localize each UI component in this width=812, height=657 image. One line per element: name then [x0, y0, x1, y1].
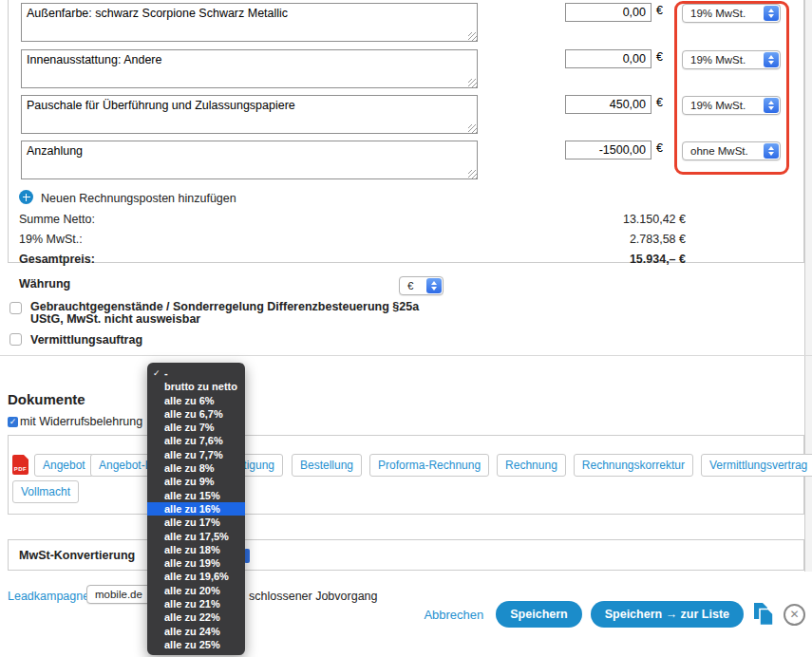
currency-symbol: €	[656, 4, 663, 17]
menu-item[interactable]: brutto zu netto	[147, 380, 245, 393]
resize-handle-icon[interactable]	[468, 32, 477, 41]
currency-label: Währung	[19, 277, 70, 291]
vat-select[interactable]: 19% MwSt.	[682, 96, 781, 115]
cancel-link[interactable]: Abbrechen	[424, 608, 483, 622]
summary-total-label: Gesamtpreis:	[19, 253, 95, 266]
vermittlung-label: Vermittlungsauftrag	[30, 333, 142, 347]
menu-item[interactable]: alle zu 6,7%	[147, 407, 245, 421]
currency-select[interactable]: €	[399, 276, 444, 295]
add-item-plus-icon[interactable]	[19, 190, 33, 204]
mwst-konvertierung-menu: ✓- brutto zu netto alle zu 6% alle zu 6,…	[147, 363, 245, 655]
doc-button-vollmacht[interactable]: Vollmacht	[12, 480, 79, 503]
item-description-input[interactable]: Anzahlung	[21, 141, 478, 179]
doc-button-proforma-rechnung[interactable]: Proforma-Rechnung	[369, 454, 489, 477]
item-description-input[interactable]: Innenausstattung: Andere	[21, 49, 478, 88]
doc-button-rechnung[interactable]: Rechnung	[497, 454, 566, 477]
menu-item[interactable]: alle zu 21%	[147, 597, 245, 610]
resize-handle-icon[interactable]	[468, 124, 477, 133]
leadkampagne-label[interactable]: Leadkampagne:	[8, 590, 93, 603]
item-amount-input[interactable]	[565, 95, 651, 114]
select-stepper-icon	[764, 6, 779, 21]
doc-button-rechnungskorrektur[interactable]: Rechnungskorrektur	[574, 454, 693, 477]
summary-netto-label: Summe Netto:	[19, 213, 95, 226]
summary-vat-value: 2.783,58 €	[401, 233, 686, 246]
diff-tax-checkbox[interactable]	[9, 302, 22, 314]
vermittlung-checkbox[interactable]	[9, 333, 22, 346]
doc-button-angebot[interactable]: Angebot	[34, 454, 94, 477]
currency-symbol: €	[656, 96, 663, 109]
menu-item[interactable]: alle zu 19,6%	[147, 570, 245, 583]
dokumente-heading: Dokumente	[8, 391, 85, 407]
menu-item[interactable]: alle zu 7,7%	[147, 448, 245, 461]
save-to-list-button[interactable]: Speichern → zur Liste	[591, 601, 744, 628]
close-icon[interactable]: ✕	[784, 604, 805, 626]
summary-netto-value: 13.150,42 €	[401, 213, 686, 226]
select-stepper-icon	[764, 52, 779, 67]
currency-symbol: €	[656, 50, 663, 64]
save-button[interactable]: Speichern	[496, 601, 581, 628]
check-icon: ✓	[153, 366, 164, 380]
pdf-icon: PDF	[12, 455, 28, 475]
resize-handle-icon[interactable]	[468, 79, 477, 87]
menu-item[interactable]: alle zu 6%	[147, 394, 245, 407]
resize-handle-icon[interactable]	[468, 170, 477, 178]
vat-select[interactable]: 19% MwSt.	[682, 4, 781, 23]
menu-item[interactable]: alle zu 15%	[147, 489, 245, 502]
invoice-form-page: Außenfarbe: schwarz Scorpione Schwarz Me…	[0, 0, 812, 657]
mwst-konvertierung-label: MwSt-Konvertierung	[19, 549, 135, 562]
page-right-gutter	[804, 0, 812, 572]
footer-actions: Abbrechen Speichern Speichern → zur List…	[424, 601, 805, 628]
menu-item[interactable]: alle zu 17%	[147, 516, 245, 529]
diff-tax-label-line2: UStG, MwSt. nicht ausweisbar	[30, 312, 200, 326]
widerruf-checkbox[interactable]: ✓	[8, 417, 18, 427]
menu-item[interactable]: alle zu 17,5%	[147, 530, 245, 543]
menu-item[interactable]: alle zu 22%	[147, 610, 245, 624]
summary-total-value: 15.934,– €	[401, 253, 686, 266]
select-stepper-icon	[764, 98, 779, 113]
menu-item[interactable]: alle zu 7,6%	[147, 434, 245, 447]
item-amount-input[interactable]	[565, 141, 651, 160]
menu-item[interactable]: alle zu 25%	[147, 638, 245, 651]
menu-item[interactable]: alle zu 9%	[147, 475, 245, 488]
item-description-input[interactable]: Pauschale für Überführung und Zulassungs…	[21, 95, 478, 134]
copy-icon[interactable]	[752, 602, 775, 627]
menu-item[interactable]: alle zu 19%	[147, 556, 245, 570]
currency-symbol: €	[656, 141, 663, 155]
item-amount-input[interactable]	[565, 49, 651, 68]
menu-item[interactable]: alle zu 20%	[147, 584, 245, 597]
item-amount-input[interactable]	[565, 3, 651, 22]
section-divider	[0, 355, 812, 356]
doc-button-row: Bestellung Proforma-Rechnung Rechnung Re…	[292, 454, 812, 477]
doc-button-vermittlungsvertrag[interactable]: Vermittlungsvertrag	[701, 454, 812, 477]
summary-vat-label: 19% MwSt.:	[19, 233, 83, 246]
vat-select[interactable]: ohne MwSt.	[682, 141, 781, 160]
select-stepper-icon	[764, 143, 779, 159]
widerruf-label: mit Widerrufsbelehrung	[20, 415, 142, 428]
vat-select[interactable]: 19% MwSt.	[682, 50, 781, 69]
menu-item-highlighted[interactable]: alle zu 16%	[147, 502, 245, 516]
doc-button-bestellung[interactable]: Bestellung	[292, 454, 362, 477]
jobvorgang-label: schlossener Jobvorgang	[249, 590, 378, 603]
menu-item[interactable]: ✓-	[147, 366, 245, 380]
add-item-label[interactable]: Neuen Rechnungsposten hinzufügen	[41, 192, 236, 205]
menu-item[interactable]: alle zu 18%	[147, 543, 245, 556]
menu-item[interactable]: alle zu 8%	[147, 461, 245, 475]
menu-item[interactable]: alle zu 24%	[147, 625, 245, 638]
select-stepper-icon	[426, 278, 442, 293]
diff-tax-label-line1: Gebrauchtgegenstände / Sonderregelung Di…	[30, 300, 419, 313]
menu-item[interactable]: alle zu 7%	[147, 421, 245, 434]
item-description-input[interactable]: Außenfarbe: schwarz Scorpione Schwarz Me…	[21, 3, 478, 42]
